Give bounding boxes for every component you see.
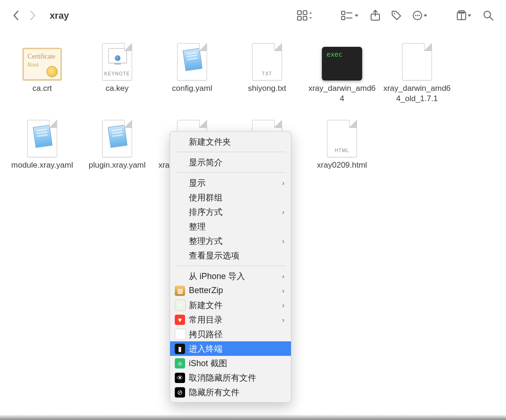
ctx-label: 整理方式 — [189, 236, 223, 247]
file-label: shiyong.txt — [248, 83, 286, 94]
file-label: xray_darwin_amd64 — [307, 83, 377, 104]
ctx-import-from-iphone[interactable]: 从 iPhone 导入 › — [170, 269, 291, 283]
eye-slash-icon: ⊘ — [175, 387, 185, 398]
file-icon-yaml — [171, 39, 213, 81]
ctx-show[interactable]: 显示 › — [170, 176, 291, 190]
ctx-label: 进入终端 — [189, 343, 223, 354]
eye-icon: 👁 — [175, 373, 185, 383]
file-item[interactable]: TXT shiyong.txt — [230, 39, 305, 104]
file-item[interactable]: exec xray_darwin_amd64 — [305, 39, 380, 104]
icon-grid-icon — [297, 10, 313, 21]
ctx-new-folder[interactable]: 新建文件夹 — [170, 134, 291, 149]
ctx-separator — [176, 152, 285, 152]
ctx-clean-up-by[interactable]: 整理方式 › — [170, 234, 291, 248]
copy-path-icon: ⇄ — [175, 329, 186, 340]
app-menu-button[interactable] — [454, 8, 475, 23]
ctx-label: iShot 截图 — [189, 358, 227, 369]
svg-rect-6 — [342, 16, 345, 20]
heart-icon: ♥ — [175, 315, 185, 325]
ctx-new-file[interactable]: ＋ 新建文件 › — [170, 298, 291, 312]
ctx-ishot[interactable]: ⌾ iShot 截图 — [170, 356, 291, 370]
ctx-separator — [176, 172, 285, 173]
svg-point-11 — [415, 15, 417, 16]
file-label: config.yaml — [172, 83, 212, 94]
window-title: xray — [41, 10, 77, 21]
file-icon-cert: CertificateRoot — [22, 39, 63, 81]
ctx-copy-path[interactable]: ⇄ 拷贝路径 — [170, 327, 291, 341]
terminal-icon: ▮ — [175, 344, 185, 354]
ctx-open-terminal[interactable]: ▮ 进入终端 — [170, 341, 291, 356]
tags-button[interactable] — [388, 8, 405, 23]
file-item[interactable]: KEYNOTE ca.key — [80, 39, 155, 104]
ctx-label: 使用群组 — [189, 192, 223, 203]
file-item[interactable]: xray_darwin_amd64_old_1.7.1 — [380, 39, 454, 104]
ctx-sort-by[interactable]: 排序方式 › — [170, 205, 291, 219]
file-item[interactable]: plugin.xray.yaml — [80, 116, 155, 181]
ctx-get-info[interactable]: 显示简介 — [170, 155, 291, 169]
ctx-unhide-all[interactable]: 👁 取消隐藏所有文件 — [170, 370, 291, 385]
ctx-label: 显示简介 — [189, 157, 223, 168]
ctx-label: 常用目录 — [189, 314, 223, 325]
file-item[interactable]: HTML xray0209.html — [305, 116, 380, 181]
svg-rect-0 — [298, 11, 301, 15]
ctx-separator — [176, 265, 285, 266]
file-label: xray_darwin_amd64_old_1.7.1 — [382, 83, 452, 104]
ctx-label: BetterZip — [189, 286, 223, 295]
file-icon-yaml — [97, 116, 138, 157]
file-label: xray0209.html — [317, 160, 367, 170]
file-label: module.xray.yaml — [11, 160, 73, 170]
betterzip-icon: ▦ — [175, 286, 185, 296]
view-as-icons-button[interactable] — [294, 8, 316, 23]
file-item[interactable]: module.xray.yaml — [5, 116, 80, 181]
file-icon-blank — [396, 39, 438, 81]
ctx-label: 隐藏所有文件 — [189, 387, 239, 398]
ctx-label: 新建文件 — [189, 300, 223, 311]
file-icon-txt: TXT — [246, 39, 288, 81]
share-button[interactable] — [367, 8, 383, 23]
ctx-label: 取消隐藏所有文件 — [189, 372, 256, 383]
nav-back-button[interactable] — [9, 8, 23, 23]
svg-rect-3 — [303, 16, 307, 20]
ctx-show-view-options[interactable]: 查看显示选项 — [170, 248, 291, 263]
chevron-right-icon: › — [282, 287, 284, 295]
ctx-label: 显示 — [189, 177, 206, 189]
chevron-right-icon: › — [282, 273, 284, 280]
search-icon — [483, 10, 494, 21]
file-label: plugin.xray.yaml — [89, 160, 146, 170]
action-menu-button[interactable] — [409, 8, 431, 23]
file-icon-html: HTML — [321, 116, 363, 157]
svg-rect-2 — [298, 16, 301, 20]
ctx-use-groups[interactable]: 使用群组 — [170, 190, 291, 205]
chevron-right-icon: › — [282, 208, 284, 216]
svg-rect-4 — [342, 11, 345, 15]
file-icon-keynote: KEYNOTE — [97, 39, 138, 81]
tag-icon — [391, 10, 402, 21]
chevron-right-icon: › — [282, 237, 284, 245]
ctx-label: 排序方式 — [189, 206, 223, 218]
ctx-favorites[interactable]: ♥ 常用目录 › — [170, 312, 291, 327]
ctx-hide-all[interactable]: ⊘ 隐藏所有文件 — [170, 385, 291, 399]
group-by-button[interactable] — [338, 8, 363, 23]
ctx-label: 新建文件夹 — [189, 136, 231, 147]
file-item[interactable]: CertificateRoot ca.crt — [5, 39, 80, 104]
nav-forward-button[interactable] — [25, 8, 39, 23]
file-label: ca.crt — [32, 83, 52, 94]
svg-rect-1 — [303, 11, 307, 15]
chevron-right-icon: › — [282, 302, 284, 309]
svg-point-13 — [419, 15, 420, 16]
chevron-right-icon: › — [282, 316, 284, 324]
share-icon — [370, 10, 380, 21]
chevron-right-icon: › — [282, 179, 284, 187]
svg-point-12 — [417, 15, 418, 16]
ctx-betterzip[interactable]: ▦ BetterZip › — [170, 283, 291, 298]
file-icon-exec: exec — [321, 39, 363, 81]
context-menu: 新建文件夹 显示简介 显示 › 使用群组 排序方式 › 整理 整理方式 › 查看… — [170, 131, 291, 403]
search-button[interactable] — [480, 8, 497, 23]
chevron-left-icon — [12, 9, 21, 22]
new-file-icon: ＋ — [175, 300, 186, 311]
svg-point-9 — [394, 13, 395, 14]
file-item[interactable]: config.yaml — [155, 39, 230, 104]
window-bottom-shadow — [0, 414, 506, 420]
ctx-clean-up[interactable]: 整理 — [170, 219, 291, 234]
group-icon — [341, 10, 360, 21]
